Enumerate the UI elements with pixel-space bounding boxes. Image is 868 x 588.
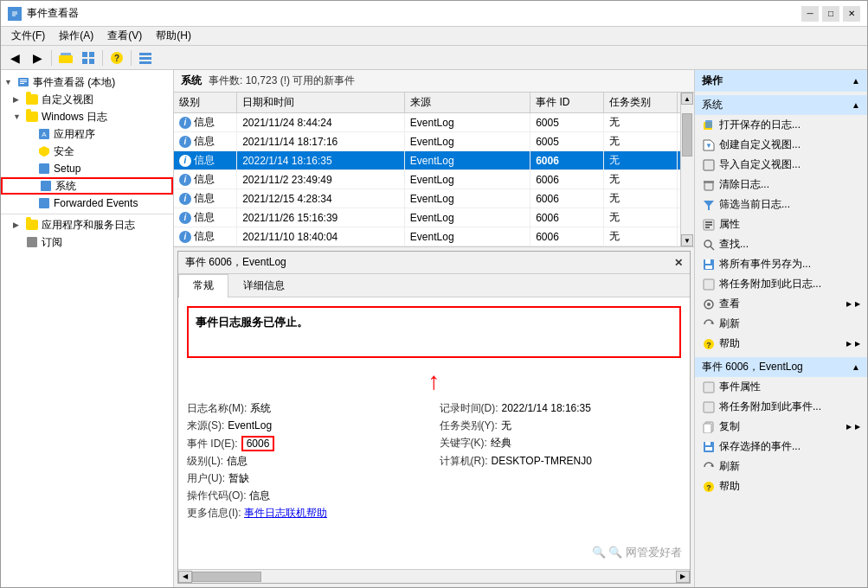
action-event-refresh[interactable]: 刷新 — [695, 457, 867, 476]
action-refresh[interactable]: 刷新 — [695, 314, 867, 334]
info-icon: i — [179, 174, 191, 186]
action-save-selected[interactable]: 保存选择的事件... — [695, 437, 867, 457]
scroll-thumb[interactable] — [682, 113, 692, 157]
level-value: 信息 — [227, 454, 248, 469]
action-event-props[interactable]: 事件属性 — [695, 377, 867, 397]
setup-icon — [37, 162, 51, 176]
scroll-up[interactable]: ▲ — [681, 93, 693, 105]
event-refresh-icon — [702, 460, 716, 474]
source-value: EventLog — [228, 419, 272, 431]
hscroll-thumb[interactable] — [192, 572, 261, 582]
action-attach-event[interactable]: 将任务附加到此事件... — [695, 397, 867, 417]
grid-button[interactable] — [78, 48, 99, 67]
event-section-collapse[interactable]: ▲ — [852, 362, 860, 372]
tab-details[interactable]: 详细信息 — [228, 274, 299, 297]
close-button[interactable]: ✕ — [843, 6, 860, 22]
table-row-selected[interactable]: i 信息 2022/1/14 18:16:35 EventLog 6006 无 — [174, 151, 694, 170]
detail-close-button[interactable]: ✕ — [674, 257, 683, 269]
action-attach-task[interactable]: 将任务附加到此日志... — [695, 274, 867, 294]
action-view[interactable]: 查看 ▶ — [695, 294, 867, 314]
action-import-custom[interactable]: 导入自定义视图... — [695, 155, 867, 175]
sidebar-item-security[interactable]: 安全 — [1, 143, 173, 160]
action-clear-log-label: 清除日志... — [719, 177, 769, 192]
table-row[interactable]: i 信息 2021/11/24 8:44:24 EventLog 6005 无 — [174, 113, 694, 132]
sidebar-item-app-services[interactable]: ▶ 应用程序和服务日志 — [1, 216, 173, 233]
menu-view[interactable]: 查看(V) — [100, 27, 149, 45]
hscroll-right[interactable]: ▶ — [676, 571, 690, 583]
tab-general[interactable]: 常规 — [178, 274, 228, 297]
menu-file[interactable]: 文件(F) — [4, 27, 52, 45]
forward-button[interactable]: ▶ — [27, 48, 48, 67]
info-icon: i — [179, 117, 191, 129]
system-section-collapse[interactable]: ▲ — [852, 100, 860, 110]
event-list-header: 系统 事件数: 10,723 (!) 可用的新事件 — [174, 70, 694, 93]
minimize-button[interactable]: ─ — [801, 6, 819, 22]
table-row[interactable]: i 信息 2021/11/2 23:49:49 EventLog 6006 无 — [174, 170, 694, 189]
action-save-all[interactable]: 将所有事件另存为... — [695, 254, 867, 274]
log-name-value: 系统 — [250, 401, 271, 416]
window-controls: ─ □ ✕ — [801, 6, 860, 22]
menu-help[interactable]: 帮助(H) — [149, 27, 198, 45]
col-source[interactable]: 来源 — [404, 93, 530, 113]
action-find[interactable]: 查找... — [695, 234, 867, 254]
more-info-link[interactable]: 事件日志联机帮助 — [244, 507, 327, 519]
action-create-custom[interactable]: ▼ 创建自定义视图... — [695, 135, 867, 155]
expand-windows-logs: ▼ — [13, 112, 25, 121]
sidebar-item-forwarded-events[interactable]: Forwarded Events — [1, 195, 173, 212]
row-level: i 信息 — [174, 170, 237, 189]
computer-label: 计算机(R): — [440, 454, 488, 469]
sidebar-item-app[interactable]: A 应用程序 — [1, 125, 173, 143]
field-more-info-row: 更多信息(I): 事件日志联机帮助 — [187, 506, 681, 521]
table-row[interactable]: i 信息 2021/11/14 18:17:16 EventLog 6005 无 — [174, 132, 694, 151]
table-vscrollbar[interactable]: ▲ ▼ — [680, 93, 694, 246]
row-level: i 信息 — [174, 189, 237, 208]
up-button[interactable] — [55, 48, 76, 67]
back-button[interactable]: ◀ — [4, 48, 25, 67]
hscroll-left[interactable]: ◀ — [178, 571, 192, 583]
menu-action[interactable]: 操作(A) — [52, 27, 100, 45]
keywords-label: 关键字(K): — [440, 436, 487, 451]
expand-system — [27, 182, 39, 190]
actions-title: 操作 — [702, 74, 723, 88]
sidebar-item-root[interactable]: ▼ 事件查看器 (本地) — [1, 74, 173, 91]
col-datetime[interactable]: 日期和时间 — [237, 93, 405, 113]
sidebar-item-system[interactable]: 系统 — [1, 177, 173, 195]
col-category[interactable]: 任务类别 — [603, 93, 677, 113]
list-button[interactable] — [135, 48, 156, 67]
detail-hscrollbar[interactable]: ◀ ▶ — [178, 569, 690, 583]
table-row[interactable]: i 信息 2021/11/26 15:16:39 EventLog 6006 无 — [174, 208, 694, 227]
sidebar-item-windows-logs[interactable]: ▼ Windows 日志 — [1, 108, 173, 125]
svg-rect-7 — [89, 52, 94, 57]
row-source: EventLog — [404, 227, 530, 246]
table-row[interactable]: i 信息 2021/12/15 4:28:34 EventLog 6006 无 — [174, 189, 694, 208]
row-datetime: 2021/11/14 18:17:16 — [237, 132, 405, 151]
help-button[interactable]: ? — [106, 48, 127, 67]
event-section-label: 事件 6006，EventLog — [702, 360, 803, 374]
field-computer: 计算机(R): DESKTOP-TMRENJ0 — [440, 454, 682, 469]
action-filter[interactable]: 筛选当前日志... — [695, 195, 867, 214]
maximize-button[interactable]: □ — [822, 6, 839, 22]
action-copy[interactable]: 复制 ▶ — [695, 417, 867, 437]
action-properties[interactable]: 属性 — [695, 214, 867, 234]
system-section-header: 系统 ▲ — [695, 95, 867, 115]
action-import-custom-label: 导入自定义视图... — [719, 157, 800, 172]
action-clear-log[interactable]: 清除日志... — [695, 175, 867, 195]
row-datetime: 2022/1/14 18:16:35 — [237, 151, 405, 170]
col-id[interactable]: 事件 ID — [530, 93, 604, 113]
event-detail-titlebar: 事件 6006，EventLog ✕ — [178, 252, 690, 274]
sidebar-item-custom-views[interactable]: ▶ 自定义视图 — [1, 91, 173, 108]
svg-point-43 — [707, 303, 710, 306]
col-level[interactable]: 级别 — [174, 93, 237, 113]
red-arrow-icon: ↑ — [428, 368, 440, 394]
main-window: 事件查看器 ─ □ ✕ 文件(F) 操作(A) 查看(V) 帮助(H) ◀ ▶ … — [0, 0, 868, 588]
table-row[interactable]: i 信息 2021/11/10 18:40:04 EventLog 6006 无 — [174, 227, 694, 246]
actions-collapse[interactable]: ▲ — [852, 76, 860, 86]
action-help[interactable]: ? 帮助 ▶ — [695, 334, 867, 354]
sidebar-item-subscriptions[interactable]: 订阅 — [1, 233, 173, 251]
row-level: i 信息 — [174, 132, 237, 151]
action-open-saved[interactable]: 打开保存的日志... — [695, 115, 867, 135]
action-event-help[interactable]: ? 帮助 — [695, 476, 867, 496]
sidebar-item-setup[interactable]: Setup — [1, 160, 173, 177]
row-category: 无 — [603, 132, 677, 151]
scroll-down[interactable]: ▼ — [681, 234, 693, 246]
